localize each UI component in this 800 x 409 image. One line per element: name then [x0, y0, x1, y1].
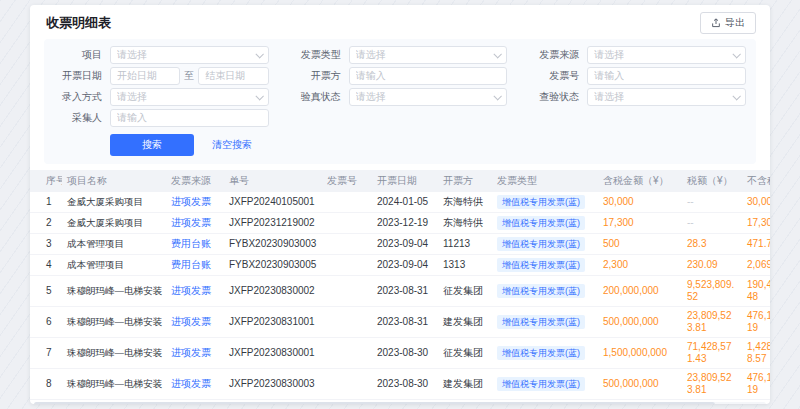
- filter-label-invoice-no: 发票号: [521, 69, 579, 83]
- cell-amount: 500,000,000: [598, 369, 682, 400]
- card-header: 收票明细表 导出: [30, 5, 770, 39]
- cell-net: 30,000: [742, 192, 770, 213]
- cell-order_no: JXFP20230830001: [224, 338, 322, 369]
- filter-entry-method: 录入方式请选择: [44, 88, 269, 106]
- invoice-source-select[interactable]: 请选择: [587, 46, 746, 64]
- invoice-type-badge: 增值税专用发票(蓝): [497, 377, 585, 391]
- search-button[interactable]: 搜索: [110, 134, 194, 156]
- cell-seq: 3: [30, 234, 62, 255]
- table-row: 1金威大厦采购项目进项发票JXFP202401050012024-01-05东海…: [30, 192, 770, 213]
- cell-source[interactable]: 进项发票: [166, 276, 224, 307]
- invoice-type-badge: 增值税专用发票(蓝): [497, 216, 585, 230]
- column-header-seq: 序号: [30, 170, 62, 192]
- cell-net: 190,476,190.48: [742, 276, 770, 307]
- cell-amount: 500: [598, 234, 682, 255]
- invoice-detail-card: 收票明细表 导出 项目请选择发票类型请选择发票来源请选择开票日期开始日期至结束日…: [30, 5, 770, 404]
- cell-date: 2023-12-19: [372, 213, 438, 234]
- cell-order_no: FYBX20230903003: [224, 234, 322, 255]
- cell-tax: 23,809,523.81: [682, 369, 742, 400]
- cell-net: 471.7: [742, 234, 770, 255]
- column-header-type: 发票类型: [492, 170, 598, 192]
- chevron-down-icon: [732, 50, 740, 58]
- invoice-type-select[interactable]: 请选择: [349, 46, 508, 64]
- cell-issuer: 11213: [438, 234, 492, 255]
- filter-invoice-no: 发票号请输入: [521, 67, 746, 85]
- cell-tax: 23,809,523.81: [682, 307, 742, 338]
- cell-seq: 2: [30, 213, 62, 234]
- project-select[interactable]: 请选择: [110, 46, 269, 64]
- cell-invoice_no: [322, 369, 372, 400]
- cell-seq: 7: [30, 338, 62, 369]
- cell-net: 2,069.91: [742, 255, 770, 276]
- horizontal-scrollbar-thumb[interactable]: [34, 402, 715, 404]
- check-status-select[interactable]: 请选择: [587, 88, 746, 106]
- input-placeholder: 请输入: [356, 69, 386, 83]
- filter-invoice-type: 发票类型请选择: [283, 46, 508, 64]
- cell-type: 增值税专用发票(蓝): [492, 234, 598, 255]
- cell-issuer: 东海特供: [438, 213, 492, 234]
- cell-issuer: 征发集团: [438, 276, 492, 307]
- cell-tax: 28.3: [682, 234, 742, 255]
- cell-date: 2023-09-04: [372, 255, 438, 276]
- cell-source[interactable]: 费用台账: [166, 234, 224, 255]
- cell-invoice_no: [322, 255, 372, 276]
- cell-date: 2024-01-05: [372, 192, 438, 213]
- column-header-order_no: 单号: [224, 170, 322, 192]
- filter-invoice-date: 开票日期开始日期至结束日期: [44, 67, 269, 85]
- cell-order_no: JXFP20230831001: [224, 307, 322, 338]
- invoice-table: 序号项目名称发票来源单号发票号开票日期开票方发票类型含税金额（¥）税额（¥）不含…: [30, 170, 770, 400]
- select-placeholder: 请选择: [594, 90, 624, 104]
- cell-source[interactable]: 进项发票: [166, 213, 224, 234]
- cell-source[interactable]: 进项发票: [166, 192, 224, 213]
- cell-tax: 230.09: [682, 255, 742, 276]
- issuer-input[interactable]: 请输入: [349, 67, 508, 85]
- cell-tax: 71,428,571.43: [682, 338, 742, 369]
- cell-amount: 2,300: [598, 255, 682, 276]
- filter-grid: 项目请选择发票类型请选择发票来源请选择开票日期开始日期至结束日期开票方请输入发票…: [44, 46, 746, 127]
- horizontal-scrollbar[interactable]: [34, 402, 766, 404]
- invoice-type-badge: 增值税专用发票(蓝): [497, 237, 585, 251]
- cell-issuer: 东海特供: [438, 192, 492, 213]
- cell-invoice_no: [322, 234, 372, 255]
- clear-search-button[interactable]: 清空搜索: [206, 138, 258, 152]
- cell-type: 增值税专用发票(蓝): [492, 369, 598, 400]
- cell-amount: 1,500,000,000: [598, 338, 682, 369]
- cell-type: 增值税专用发票(蓝): [492, 255, 598, 276]
- invoice-date-end-input[interactable]: 结束日期: [198, 67, 268, 85]
- column-header-project: 项目名称: [62, 170, 166, 192]
- cell-type: 增值税专用发票(蓝): [492, 213, 598, 234]
- cell-project: 金威大厦采购项目: [62, 192, 166, 213]
- export-button[interactable]: 导出: [700, 12, 756, 34]
- column-header-date: 开票日期: [372, 170, 438, 192]
- cell-source[interactable]: 进项发票: [166, 369, 224, 400]
- column-header-source: 发票来源: [166, 170, 224, 192]
- invoice-type-badge: 增值税专用发票(蓝): [497, 284, 585, 298]
- select-placeholder: 请选择: [117, 48, 147, 62]
- chevron-down-icon: [255, 92, 263, 100]
- cell-source[interactable]: 进项发票: [166, 307, 224, 338]
- input-placeholder: 开始日期: [117, 69, 157, 83]
- verify-status-select[interactable]: 请选择: [349, 88, 508, 106]
- cell-date: 2023-08-31: [372, 276, 438, 307]
- collector-input[interactable]: 请输入: [110, 109, 269, 127]
- invoice-no-input[interactable]: 请输入: [587, 67, 746, 85]
- entry-method-select[interactable]: 请选择: [110, 88, 269, 106]
- invoice-date-start-input[interactable]: 开始日期: [110, 67, 180, 85]
- cell-net: 476,190,476.19: [742, 369, 770, 400]
- cell-project: 成本管理项目: [62, 234, 166, 255]
- cell-amount: 17,300: [598, 213, 682, 234]
- filter-check-status: 查验状态请选择: [521, 88, 746, 106]
- table-row: 2金威大厦采购项目进项发票JXFP202312190022023-12-19东海…: [30, 213, 770, 234]
- cell-issuer: 征发集团: [438, 338, 492, 369]
- cell-seq: 8: [30, 369, 62, 400]
- cell-source[interactable]: 费用台账: [166, 255, 224, 276]
- filter-verify-status: 验真状态请选择: [283, 88, 508, 106]
- column-header-issuer: 开票方: [438, 170, 492, 192]
- date-range-separator: 至: [184, 69, 194, 83]
- column-header-tax: 税额（¥）: [682, 170, 742, 192]
- cell-source[interactable]: 进项发票: [166, 338, 224, 369]
- table-row: 3成本管理项目费用台账FYBX202309030032023-09-041121…: [30, 234, 770, 255]
- cell-type: 增值税专用发票(蓝): [492, 192, 598, 213]
- filter-label-entry-method: 录入方式: [44, 90, 102, 104]
- cell-net: 17,300: [742, 213, 770, 234]
